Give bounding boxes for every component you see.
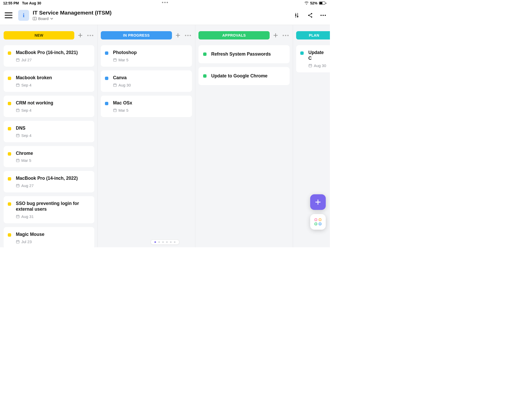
add-fab[interactable] xyxy=(310,194,326,210)
column-in-progress: IN PROGRESSPhotoshopMar 5CanvaAug 30Mac … xyxy=(98,25,195,247)
card-date: Aug 27 xyxy=(16,183,78,188)
column-pill[interactable]: NEW xyxy=(4,31,74,39)
svg-point-6 xyxy=(323,15,324,16)
top-nav: i IT Service Management (ITSM) Board xyxy=(0,6,330,25)
status-bullet xyxy=(8,77,11,80)
battery-icon xyxy=(319,2,326,5)
card-title: Canva xyxy=(113,75,131,81)
card-date: Aug 31 xyxy=(16,214,90,219)
status-bullet xyxy=(8,51,11,55)
page-title: IT Service Management (ITSM) xyxy=(33,10,111,16)
column-pill[interactable]: IN PROGRESS xyxy=(101,31,172,39)
more-button[interactable] xyxy=(320,12,326,18)
card-title: Macbook broken xyxy=(16,75,52,81)
view-label: Board xyxy=(38,16,49,21)
calendar-icon xyxy=(113,108,117,112)
task-card[interactable]: CRM not workingSep 4 xyxy=(4,96,94,117)
card-date: Sep 4 xyxy=(16,133,31,138)
task-card[interactable]: MacBook Pro (14-inch, 2022)Aug 27 xyxy=(4,171,94,192)
card-date: Aug 30 xyxy=(308,63,327,68)
card-date: Aug 30 xyxy=(113,83,131,87)
column-add-button[interactable] xyxy=(77,32,83,38)
card-title: Update to Google Chrome xyxy=(211,73,268,79)
column-new: NEWMacBook Pro (16-inch, 2021)Jul 27Macb… xyxy=(0,25,98,247)
svg-rect-40 xyxy=(114,59,116,61)
card-title: Refresh System Passwords xyxy=(211,51,271,57)
card-title: SSO bug preventing login for external us… xyxy=(16,201,90,212)
column-add-button[interactable] xyxy=(175,32,181,38)
status-bullet xyxy=(203,52,207,56)
task-card[interactable]: CanvaAug 30 xyxy=(101,70,192,92)
column-pill[interactable]: APPROVALS xyxy=(198,31,270,39)
view-switcher[interactable]: Board xyxy=(33,16,111,21)
card-date: Jul 27 xyxy=(16,58,78,62)
card-title: Magic Mouse xyxy=(16,232,44,237)
column-more-button[interactable] xyxy=(86,34,94,37)
svg-rect-8 xyxy=(16,59,19,61)
board[interactable]: NEWMacBook Pro (16-inch, 2021)Jul 27Macb… xyxy=(0,25,330,247)
card-title: MacBook Pro (14-inch, 2022) xyxy=(16,176,78,181)
task-card[interactable]: MacBook Pro (16-inch, 2021)Jul 27 xyxy=(4,45,94,67)
status-bullet xyxy=(105,102,108,105)
task-card[interactable]: Refresh System Passwords xyxy=(198,45,290,63)
card-title: DNS xyxy=(16,125,31,131)
svg-point-5 xyxy=(321,15,322,16)
card-date: Sep 4 xyxy=(16,108,53,112)
column-more-button[interactable] xyxy=(282,34,290,37)
task-card[interactable]: ChromeMar 5 xyxy=(4,146,94,168)
filter-button[interactable] xyxy=(294,12,300,18)
svg-rect-16 xyxy=(16,109,19,111)
task-card[interactable]: DNSSep 4 xyxy=(4,121,94,142)
wifi-icon xyxy=(304,1,309,5)
task-card[interactable]: SSO bug preventing login for external us… xyxy=(4,196,94,223)
multitask-handle[interactable] xyxy=(162,2,168,3)
status-bullet xyxy=(8,177,11,181)
card-title: Mac OSx xyxy=(113,100,132,106)
card-title: Update C xyxy=(308,50,327,61)
svg-rect-20 xyxy=(16,134,19,137)
calendar-icon xyxy=(16,83,20,87)
card-title: MacBook Pro (16-inch, 2021) xyxy=(16,50,78,56)
svg-rect-52 xyxy=(309,64,312,67)
status-bullet xyxy=(203,74,207,78)
svg-rect-44 xyxy=(114,84,116,87)
svg-point-7 xyxy=(325,15,326,16)
board-icon xyxy=(33,17,37,21)
calendar-icon xyxy=(308,64,312,68)
project-icon[interactable]: i xyxy=(18,10,29,21)
calendar-icon xyxy=(16,108,20,112)
status-bar: 12:55 PM Tue Aug 30 52% xyxy=(0,0,330,6)
status-bullet xyxy=(105,77,108,80)
task-card[interactable]: Magic MouseJul 23 xyxy=(4,227,94,247)
svg-rect-32 xyxy=(16,215,19,218)
page-indicator[interactable] xyxy=(151,240,179,245)
card-date: Mar 5 xyxy=(16,158,33,163)
calendar-icon xyxy=(113,83,117,87)
task-card[interactable]: Update to Google Chrome xyxy=(198,67,290,85)
task-card[interactable]: Macbook brokenSep 4 xyxy=(4,70,94,92)
calendar-icon xyxy=(16,134,20,137)
column-more-button[interactable] xyxy=(184,34,192,37)
card-title: Photoshop xyxy=(113,50,137,56)
status-bullet xyxy=(8,233,11,237)
svg-rect-28 xyxy=(16,184,19,187)
status-bullet xyxy=(8,152,11,156)
task-card[interactable]: PhotoshopMar 5 xyxy=(101,45,192,67)
task-card[interactable]: Update CAug 30 xyxy=(296,45,330,72)
svg-rect-48 xyxy=(114,109,116,111)
calendar-icon xyxy=(16,184,20,188)
calendar-icon xyxy=(16,215,20,218)
status-bullet xyxy=(8,202,11,206)
status-date: Tue Aug 30 xyxy=(22,1,41,5)
menu-button[interactable] xyxy=(5,12,12,18)
share-button[interactable] xyxy=(307,12,313,18)
column-pill[interactable]: PLAN xyxy=(296,31,330,39)
column-add-button[interactable] xyxy=(273,32,278,38)
task-card[interactable]: Mac OSxMar 5 xyxy=(101,96,192,117)
apps-fab[interactable] xyxy=(310,214,326,230)
card-date: Mar 5 xyxy=(113,108,132,112)
status-bullet xyxy=(300,51,304,55)
svg-rect-36 xyxy=(16,241,19,243)
calendar-icon xyxy=(16,240,20,244)
calendar-icon xyxy=(16,58,20,62)
